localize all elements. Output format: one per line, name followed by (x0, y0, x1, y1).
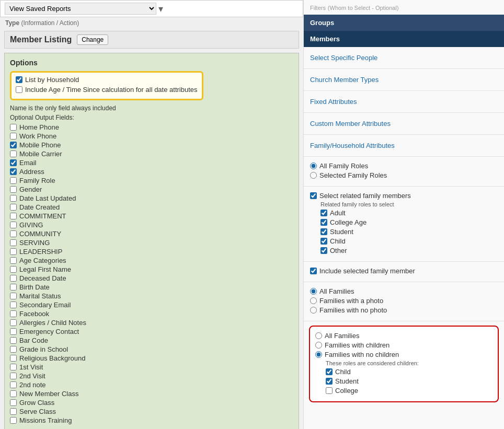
church-member-types-link[interactable]: Church Member Types (310, 74, 498, 85)
field-checkbox-30[interactable] (10, 390, 17, 397)
field-item: New Member Class (10, 390, 293, 398)
field-item: Marital Status (10, 292, 293, 300)
field-checkbox-1[interactable] (10, 133, 17, 140)
college-age-checkbox[interactable] (320, 219, 327, 226)
families-with-photo-radio[interactable] (310, 297, 317, 304)
families-with-no-children-radio[interactable] (315, 351, 322, 358)
field-checkbox-13[interactable] (10, 239, 17, 246)
child-bottom-checkbox[interactable] (326, 368, 333, 375)
saved-reports-select[interactable]: View Saved Reports (5, 3, 156, 15)
include-age-row: Include Age / Time Since calculation for… (16, 86, 198, 94)
field-item: Date Created (10, 203, 293, 211)
families-with-children-radio[interactable] (315, 342, 322, 349)
child-checkbox[interactable] (320, 238, 327, 245)
field-checkbox-12[interactable] (10, 230, 17, 237)
field-checkbox-11[interactable] (10, 222, 17, 228)
families-with-no-children-option[interactable]: Families with no children (315, 351, 492, 358)
highlight-box: List by Household Include Age / Time Sin… (10, 71, 203, 100)
field-item: 2nd Visit (10, 372, 293, 380)
field-item: Address (10, 168, 293, 176)
field-checkbox-20[interactable] (10, 302, 17, 308)
field-checkbox-17[interactable] (10, 275, 17, 282)
field-item: Religious Background (10, 354, 293, 362)
children-roles-subsection: These roles are considered children: Chi… (326, 360, 492, 395)
fixed-attributes-section: Fixed Attributes (304, 91, 504, 113)
field-item: 1st Visit (10, 363, 293, 371)
field-checkbox-31[interactable] (10, 399, 17, 406)
all-family-roles-radio[interactable] (310, 163, 317, 169)
all-families-bottom-option[interactable]: All Families (315, 332, 492, 340)
fixed-attributes-link[interactable]: Fixed Attributes (310, 96, 498, 107)
selected-family-roles-radio[interactable] (310, 172, 317, 179)
field-item: Deceased Date (10, 274, 293, 282)
field-checkbox-8[interactable] (10, 195, 17, 202)
families-with-no-photo-radio[interactable] (310, 307, 317, 314)
field-checkbox-22[interactable] (10, 319, 17, 326)
field-checkbox-29[interactable] (10, 381, 17, 388)
field-item: Grade in School (10, 345, 293, 353)
include-selected-family-checkbox[interactable] (310, 268, 317, 274)
field-checkbox-28[interactable] (10, 373, 17, 379)
field-checkbox-0[interactable] (10, 124, 17, 131)
families-with-children-option[interactable]: Families with children (315, 341, 492, 349)
right-panel: Filters (Whom to Select - Optional) Grou… (303, 0, 504, 429)
field-checkbox-19[interactable] (10, 293, 17, 299)
field-item: LEADERSHIP (10, 248, 293, 256)
field-checkbox-24[interactable] (10, 337, 17, 344)
field-item: Grow Class (10, 399, 293, 407)
field-checkbox-7[interactable] (10, 186, 17, 193)
field-checkbox-18[interactable] (10, 284, 17, 291)
children-roles-label: These roles are considered children: (326, 360, 492, 366)
field-checkbox-4[interactable] (10, 159, 17, 166)
adult-role: Adult (320, 209, 498, 217)
field-checkbox-14[interactable] (10, 248, 17, 255)
field-checkbox-2[interactable] (10, 142, 17, 148)
student-bottom-checkbox[interactable] (326, 378, 333, 385)
all-family-roles-option[interactable]: All Family Roles (310, 162, 498, 170)
field-checkbox-3[interactable] (10, 150, 17, 157)
field-item: Mobile Phone (10, 141, 293, 149)
all-families-bottom-radio[interactable] (315, 332, 322, 339)
select-related-checkbox-row: Select related family members (310, 192, 498, 200)
college-bottom-checkbox[interactable] (326, 387, 333, 394)
field-checkbox-6[interactable] (10, 177, 17, 184)
student-checkbox[interactable] (320, 228, 327, 235)
groups-tab[interactable]: Groups (304, 15, 504, 31)
field-checkbox-32[interactable] (10, 408, 17, 415)
include-age-checkbox[interactable] (16, 86, 22, 93)
field-checkbox-9[interactable] (10, 204, 17, 211)
student-role-bottom: Student (326, 377, 492, 385)
field-checkbox-21[interactable] (10, 310, 17, 317)
select-related-checkbox[interactable] (310, 192, 317, 199)
top-bar: View Saved Reports ▾ (0, 0, 303, 17)
field-checkbox-33[interactable] (10, 417, 17, 424)
members-tab[interactable]: Members (304, 31, 504, 47)
field-item: Bar Code (10, 337, 293, 344)
family-household-attributes-link[interactable]: Family/Household Attributes (310, 140, 498, 151)
field-checkbox-16[interactable] (10, 266, 17, 273)
field-item: Birth Date (10, 283, 293, 291)
field-checkbox-23[interactable] (10, 328, 17, 335)
other-checkbox[interactable] (320, 247, 327, 254)
adult-checkbox[interactable] (320, 210, 327, 216)
field-checkbox-15[interactable] (10, 257, 17, 264)
list-by-household-checkbox[interactable] (16, 76, 22, 83)
select-specific-people-link[interactable]: Select Specific People (310, 52, 498, 63)
field-checkbox-27[interactable] (10, 364, 17, 370)
custom-member-attributes-link[interactable]: Custom Member Attributes (310, 118, 498, 129)
field-item: Date Last Updated (10, 194, 293, 202)
field-checkbox-5[interactable] (10, 168, 17, 175)
all-families-top-radio[interactable] (310, 288, 317, 295)
field-checkbox-25[interactable] (10, 346, 17, 353)
change-button[interactable]: Change (77, 34, 108, 45)
selected-family-roles-option[interactable]: Selected Family Roles (310, 171, 498, 179)
field-item: SERVING (10, 239, 293, 247)
field-checkbox-10[interactable] (10, 213, 17, 219)
list-by-household-label[interactable]: List by Household (16, 76, 198, 84)
field-checkbox-26[interactable] (10, 355, 17, 362)
field-item: 2nd note (10, 381, 293, 389)
families-with-no-photo-option[interactable]: Families with no photo (310, 306, 498, 314)
related-roles-label: Related family roles to select (320, 201, 498, 207)
families-with-photo-option[interactable]: Families with a photo (310, 297, 498, 305)
all-families-top-option[interactable]: All Families (310, 287, 498, 295)
